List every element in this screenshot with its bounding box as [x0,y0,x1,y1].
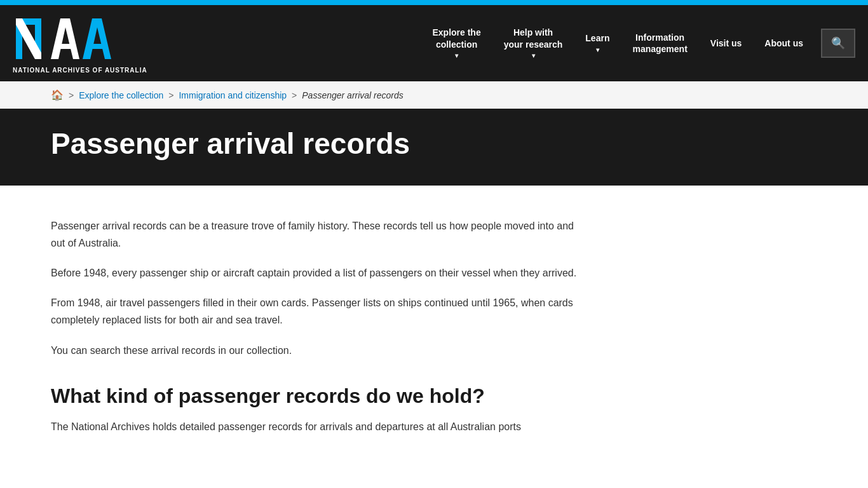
breadcrumb-sep-3: > [292,90,297,100]
main-content: Passenger arrival records can be a treas… [0,186,635,480]
nav-explore[interactable]: Explore thecollection ▾ [421,20,492,65]
nav-help[interactable]: Help withyour research ▾ [492,20,574,65]
svg-rect-6 [56,44,71,49]
content-para-1: Passenger arrival records can be a treas… [51,217,585,252]
svg-rect-8 [88,44,103,49]
breadcrumb: 🏠 > Explore the collection > Immigration… [0,81,868,109]
nav-about-us[interactable]: About us [753,31,815,55]
main-nav: Explore thecollection ▾ Help withyour re… [147,20,855,65]
search-icon: 🔍 [831,37,845,50]
hero-section: HELLO SYDNEY! Greetings to our R.S.L. SP… [0,81,868,186]
breadcrumb-sep-2: > [168,90,173,100]
explore-chevron: ▾ [455,51,458,60]
home-icon[interactable]: 🏠 [51,89,64,101]
section-heading: What kind of passenger records do we hol… [51,384,585,408]
breadcrumb-explore[interactable]: Explore the collection [79,90,163,100]
content-para-2: Before 1948, every passenger ship or air… [51,264,585,281]
logo-tagline: NATIONAL ARCHIVES OF AUSTRALIA [13,67,147,74]
logo-area: NATIONAL ARCHIVES OF AUSTRALIA [13,13,147,74]
breadcrumb-sep-1: > [69,90,74,100]
hero-content: 🏠 > Explore the collection > Immigration… [0,81,868,186]
search-button[interactable]: 🔍 [821,29,855,58]
site-header: NATIONAL ARCHIVES OF AUSTRALIA Explore t… [0,5,868,81]
nav-learn[interactable]: Learn ▾ [574,26,621,60]
top-accent-bar [0,0,868,5]
content-para-3: From 1948, air travel passengers filled … [51,294,585,329]
breadcrumb-immigration[interactable]: Immigration and citizenship [179,90,287,100]
nav-visit-us[interactable]: Visit us [699,31,754,55]
learn-chevron: ▾ [596,46,599,54]
logo[interactable] [13,13,114,64]
nav-info-management[interactable]: Informationmanagement [621,25,698,61]
breadcrumb-current: Passenger arrival records [302,90,403,100]
help-chevron: ▾ [532,51,535,60]
page-title-area: Passenger arrival records [0,109,868,186]
page-title: Passenger arrival records [51,128,432,160]
content-para-4: You can search these arrival records in … [51,342,585,359]
section-para: The National Archives holds detailed pas… [51,418,585,435]
